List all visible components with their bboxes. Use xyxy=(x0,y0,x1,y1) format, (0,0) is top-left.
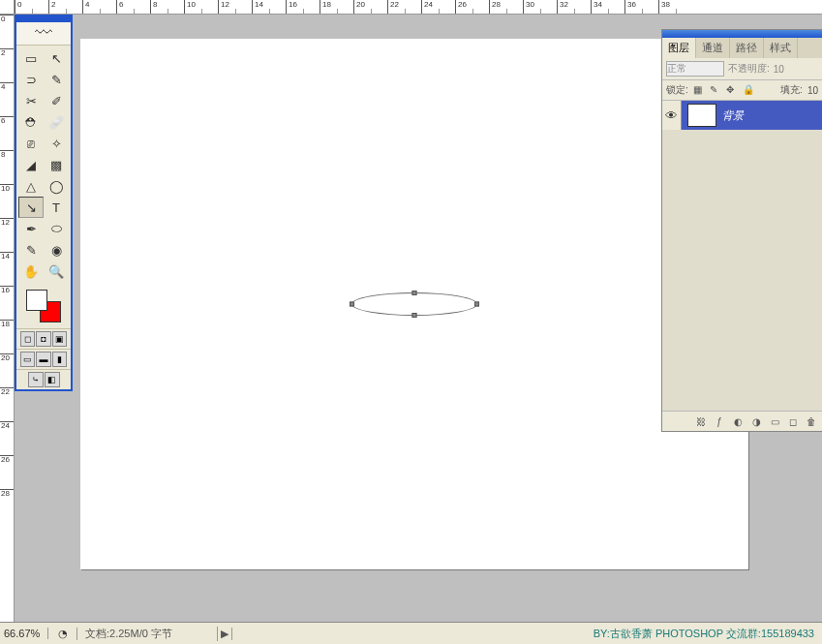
shape-tool[interactable]: ⬭ xyxy=(44,218,69,239)
screenmode-row: ▭ ▬ ▮ xyxy=(16,349,71,369)
toolbox: 〰 ▭↖⊃✎✂✐⛑🩹⎚✧◢▩△◯↘T✒⬭✎◉✋🔍 ◻ ◘ ▣ ▭ ▬ ▮ ⤷ ◧ xyxy=(15,15,73,391)
ruler-h-tick: 38 xyxy=(658,0,692,14)
zoom-tool[interactable]: 🔍 xyxy=(44,261,69,282)
new-layer-icon[interactable]: ◻ xyxy=(785,414,801,428)
jump-to-icon[interactable]: ⤷ xyxy=(28,372,44,387)
ruler-h-tick: 28 xyxy=(489,0,523,14)
gradient-tool[interactable]: ▩ xyxy=(44,154,69,175)
lock-transparency-icon[interactable]: ▦ xyxy=(693,84,705,96)
ruler-h-tick: 26 xyxy=(455,0,489,14)
stamp-tool[interactable]: ⎚ xyxy=(18,133,44,154)
mask-icon[interactable]: ◐ xyxy=(730,414,746,428)
standard-mode-icon[interactable]: ◻ xyxy=(20,331,35,347)
status-icon[interactable]: ◔ xyxy=(48,628,77,640)
type-tool[interactable]: T xyxy=(44,197,69,218)
brush-tool[interactable]: 🩹 xyxy=(44,111,69,133)
wand-tool[interactable]: ✎ xyxy=(44,69,69,90)
blur-tool[interactable]: △ xyxy=(18,175,44,197)
expand-arrow-icon[interactable]: ▶ xyxy=(218,628,232,640)
tab-layers[interactable]: 图层 xyxy=(662,38,696,58)
screen-full-icon[interactable]: ▮ xyxy=(52,352,67,367)
lock-row: 锁定: ▦ ✎ ✥ 🔒 填充: 10 xyxy=(662,80,822,101)
ruler-h-tick: 12 xyxy=(218,0,252,14)
panel-tabs: 图层 通道 路径 样式 xyxy=(662,38,822,58)
screen-standard-icon[interactable]: ▭ xyxy=(20,352,35,367)
ruler-h-tick: 14 xyxy=(252,0,286,14)
hand-tool[interactable]: ✋ xyxy=(18,261,44,282)
notes-tool[interactable]: ✎ xyxy=(18,239,44,261)
ruler-v-tick: 26 xyxy=(0,455,14,489)
quickmask-mode-icon[interactable]: ◘ xyxy=(36,331,50,347)
layer-thumbnail[interactable] xyxy=(687,104,716,127)
ruler-v-tick: 14 xyxy=(0,252,14,286)
foreground-color[interactable] xyxy=(26,290,47,311)
fill-value[interactable]: 10 xyxy=(807,85,818,96)
lock-all-icon[interactable]: 🔒 xyxy=(743,84,754,96)
lock-paint-icon[interactable]: ✎ xyxy=(710,84,721,96)
dodge-tool[interactable]: ◯ xyxy=(44,175,69,197)
color-swatches xyxy=(24,288,63,324)
panel-footer: ⛓ ƒ ◐ ◑ ▭ ◻ 🗑 xyxy=(662,411,822,431)
tab-channels[interactable]: 通道 xyxy=(696,38,730,58)
link-icon[interactable]: ⛓ xyxy=(693,414,709,428)
marquee-tool[interactable]: ▭ xyxy=(18,47,44,69)
ruler-v-tick: 18 xyxy=(0,320,14,353)
crop-tool[interactable]: ✂ xyxy=(18,90,44,111)
layer-name: 背景 xyxy=(722,108,744,123)
ruler-h-tick: 20 xyxy=(353,0,387,14)
ruler-v-tick: 8 xyxy=(0,150,14,184)
ruler-h-tick: 8 xyxy=(150,0,184,14)
path-select-tool[interactable]: ↘ xyxy=(18,197,44,218)
adjustment-icon[interactable]: ◑ xyxy=(748,414,764,428)
lasso-tool[interactable]: ⊃ xyxy=(18,69,44,90)
handle-right[interactable] xyxy=(474,302,479,307)
handle-left[interactable] xyxy=(350,302,354,307)
canvas[interactable] xyxy=(80,39,748,569)
tab-paths[interactable]: 路径 xyxy=(730,38,764,58)
ruler-v-tick: 10 xyxy=(0,184,14,218)
blend-row: 正常 不透明度: 10 xyxy=(662,58,822,80)
trash-icon[interactable]: 🗑 xyxy=(804,414,819,428)
panel-titlebar[interactable] xyxy=(662,30,822,38)
ruler-vertical[interactable]: 0246810121416182022242628 xyxy=(0,15,15,629)
blend-mode-select[interactable]: 正常 xyxy=(666,61,724,77)
ruler-h-tick: 24 xyxy=(421,0,455,14)
ruler-horizontal[interactable]: 02468101214161820222426283032343638 xyxy=(15,0,822,15)
ruler-v-tick: 20 xyxy=(0,353,14,387)
handle-top[interactable] xyxy=(412,291,417,295)
zoom-level[interactable]: 66.67% xyxy=(0,628,48,639)
history-brush-tool[interactable]: ✧ xyxy=(44,133,69,154)
layer-item-background[interactable]: 👁 背景 xyxy=(662,101,822,130)
pen-tool[interactable]: ✒ xyxy=(18,218,44,239)
layers-panel: 图层 通道 路径 样式 正常 不透明度: 10 锁定: ▦ ✎ ✥ 🔒 填充: … xyxy=(661,29,822,432)
layer-list[interactable]: 👁 背景 xyxy=(662,101,822,411)
ruler-h-tick: 22 xyxy=(387,0,421,14)
move-tool[interactable]: ↖ xyxy=(44,47,69,69)
ellipse-shape[interactable] xyxy=(351,292,477,316)
slice-tool[interactable]: ✐ xyxy=(44,90,69,111)
ruler-v-tick: 6 xyxy=(0,116,14,150)
eraser-tool[interactable]: ◢ xyxy=(18,154,44,175)
document-info[interactable]: 文档:2.25M/0 字节 xyxy=(77,627,218,641)
fx-icon[interactable]: ƒ xyxy=(712,414,727,428)
ruler-v-tick: 22 xyxy=(0,387,14,421)
healing-tool[interactable]: ⛑ xyxy=(18,111,44,133)
jump-ir-icon[interactable]: ◧ xyxy=(45,372,60,387)
ruler-h-tick: 32 xyxy=(557,0,591,14)
ruler-h-tick: 36 xyxy=(624,0,658,14)
toolbox-titlebar[interactable] xyxy=(16,15,71,22)
tab-styles[interactable]: 样式 xyxy=(764,38,798,58)
lock-position-icon[interactable]: ✥ xyxy=(726,84,738,96)
eyedropper-tool[interactable]: ◉ xyxy=(44,239,69,261)
opacity-value[interactable]: 10 xyxy=(774,64,784,75)
handle-bottom[interactable] xyxy=(412,313,417,318)
lock-label: 锁定: xyxy=(666,83,688,97)
screen-full-menubar-icon[interactable]: ▬ xyxy=(36,352,50,367)
ruler-h-tick: 16 xyxy=(286,0,320,14)
ruler-v-tick: 4 xyxy=(0,82,14,116)
ruler-h-tick: 4 xyxy=(82,0,116,14)
visibility-eye-icon[interactable]: 👁 xyxy=(662,101,682,130)
folder-icon[interactable]: ▭ xyxy=(767,414,782,428)
ruler-h-tick: 30 xyxy=(523,0,557,14)
mask-mode-icon[interactable]: ▣ xyxy=(52,331,67,347)
